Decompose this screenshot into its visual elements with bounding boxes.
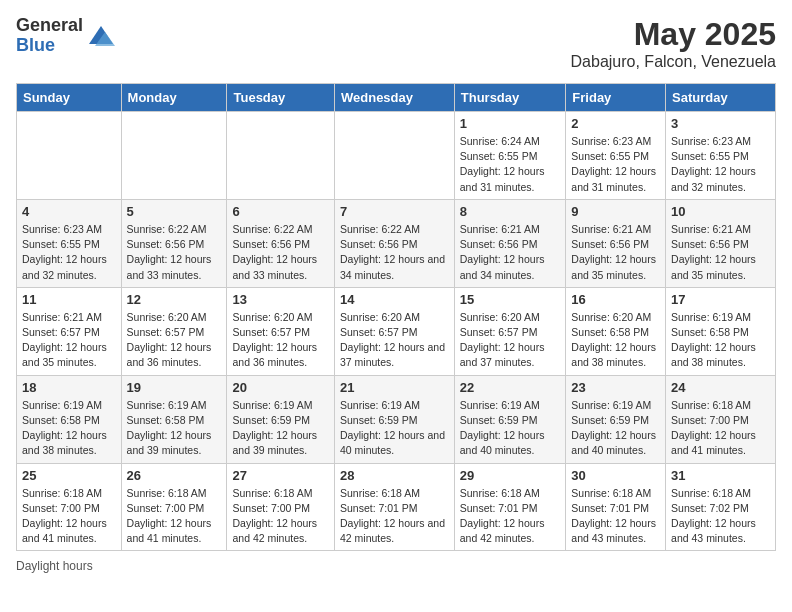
day-info: Sunrise: 6:21 AM Sunset: 6:56 PM Dayligh…: [571, 222, 660, 283]
day-number: 20: [232, 380, 329, 395]
day-info: Sunrise: 6:23 AM Sunset: 6:55 PM Dayligh…: [22, 222, 116, 283]
day-info: Sunrise: 6:22 AM Sunset: 6:56 PM Dayligh…: [127, 222, 222, 283]
day-info: Sunrise: 6:24 AM Sunset: 6:55 PM Dayligh…: [460, 134, 561, 195]
header-saturday: Saturday: [666, 84, 776, 112]
table-row: 31Sunrise: 6:18 AM Sunset: 7:02 PM Dayli…: [666, 463, 776, 551]
table-row: [227, 112, 335, 200]
day-info: Sunrise: 6:18 AM Sunset: 7:01 PM Dayligh…: [571, 486, 660, 547]
day-info: Sunrise: 6:21 AM Sunset: 6:57 PM Dayligh…: [22, 310, 116, 371]
table-row: [334, 112, 454, 200]
header-wednesday: Wednesday: [334, 84, 454, 112]
table-row: 8Sunrise: 6:21 AM Sunset: 6:56 PM Daylig…: [454, 199, 566, 287]
table-row: 25Sunrise: 6:18 AM Sunset: 7:00 PM Dayli…: [17, 463, 122, 551]
day-number: 26: [127, 468, 222, 483]
subtitle: Dabajuro, Falcon, Venezuela: [571, 53, 776, 71]
week-row-1: 4Sunrise: 6:23 AM Sunset: 6:55 PM Daylig…: [17, 199, 776, 287]
week-row-0: 1Sunrise: 6:24 AM Sunset: 6:55 PM Daylig…: [17, 112, 776, 200]
table-row: 22Sunrise: 6:19 AM Sunset: 6:59 PM Dayli…: [454, 375, 566, 463]
table-row: 29Sunrise: 6:18 AM Sunset: 7:01 PM Dayli…: [454, 463, 566, 551]
table-row: 26Sunrise: 6:18 AM Sunset: 7:00 PM Dayli…: [121, 463, 227, 551]
table-row: 4Sunrise: 6:23 AM Sunset: 6:55 PM Daylig…: [17, 199, 122, 287]
day-number: 21: [340, 380, 449, 395]
day-number: 27: [232, 468, 329, 483]
day-number: 15: [460, 292, 561, 307]
day-info: Sunrise: 6:19 AM Sunset: 6:59 PM Dayligh…: [460, 398, 561, 459]
day-number: 3: [671, 116, 770, 131]
table-row: 7Sunrise: 6:22 AM Sunset: 6:56 PM Daylig…: [334, 199, 454, 287]
table-row: 11Sunrise: 6:21 AM Sunset: 6:57 PM Dayli…: [17, 287, 122, 375]
table-row: 28Sunrise: 6:18 AM Sunset: 7:01 PM Dayli…: [334, 463, 454, 551]
day-info: Sunrise: 6:18 AM Sunset: 7:00 PM Dayligh…: [127, 486, 222, 547]
week-row-2: 11Sunrise: 6:21 AM Sunset: 6:57 PM Dayli…: [17, 287, 776, 375]
day-number: 9: [571, 204, 660, 219]
day-info: Sunrise: 6:20 AM Sunset: 6:57 PM Dayligh…: [340, 310, 449, 371]
table-row: 16Sunrise: 6:20 AM Sunset: 6:58 PM Dayli…: [566, 287, 666, 375]
day-info: Sunrise: 6:19 AM Sunset: 6:58 PM Dayligh…: [127, 398, 222, 459]
table-row: 14Sunrise: 6:20 AM Sunset: 6:57 PM Dayli…: [334, 287, 454, 375]
calendar-header: Sunday Monday Tuesday Wednesday Thursday…: [17, 84, 776, 112]
header-friday: Friday: [566, 84, 666, 112]
day-info: Sunrise: 6:18 AM Sunset: 7:01 PM Dayligh…: [460, 486, 561, 547]
day-number: 11: [22, 292, 116, 307]
main-title: May 2025: [571, 16, 776, 53]
header-monday: Monday: [121, 84, 227, 112]
day-info: Sunrise: 6:19 AM Sunset: 6:59 PM Dayligh…: [571, 398, 660, 459]
day-number: 19: [127, 380, 222, 395]
day-info: Sunrise: 6:22 AM Sunset: 6:56 PM Dayligh…: [232, 222, 329, 283]
logo: General Blue: [16, 16, 115, 56]
header-sunday: Sunday: [17, 84, 122, 112]
table-row: 3Sunrise: 6:23 AM Sunset: 6:55 PM Daylig…: [666, 112, 776, 200]
table-row: 1Sunrise: 6:24 AM Sunset: 6:55 PM Daylig…: [454, 112, 566, 200]
table-row: 19Sunrise: 6:19 AM Sunset: 6:58 PM Dayli…: [121, 375, 227, 463]
table-row: [17, 112, 122, 200]
logo-text: General Blue: [16, 16, 83, 56]
table-row: 9Sunrise: 6:21 AM Sunset: 6:56 PM Daylig…: [566, 199, 666, 287]
table-row: 6Sunrise: 6:22 AM Sunset: 6:56 PM Daylig…: [227, 199, 335, 287]
day-number: 2: [571, 116, 660, 131]
day-info: Sunrise: 6:19 AM Sunset: 6:58 PM Dayligh…: [22, 398, 116, 459]
day-number: 14: [340, 292, 449, 307]
day-info: Sunrise: 6:18 AM Sunset: 7:00 PM Dayligh…: [671, 398, 770, 459]
table-row: 21Sunrise: 6:19 AM Sunset: 6:59 PM Dayli…: [334, 375, 454, 463]
table-row: 2Sunrise: 6:23 AM Sunset: 6:55 PM Daylig…: [566, 112, 666, 200]
table-row: 15Sunrise: 6:20 AM Sunset: 6:57 PM Dayli…: [454, 287, 566, 375]
table-row: 10Sunrise: 6:21 AM Sunset: 6:56 PM Dayli…: [666, 199, 776, 287]
day-info: Sunrise: 6:20 AM Sunset: 6:57 PM Dayligh…: [232, 310, 329, 371]
day-info: Sunrise: 6:18 AM Sunset: 7:00 PM Dayligh…: [232, 486, 329, 547]
day-number: 6: [232, 204, 329, 219]
day-number: 25: [22, 468, 116, 483]
day-info: Sunrise: 6:20 AM Sunset: 6:57 PM Dayligh…: [127, 310, 222, 371]
day-info: Sunrise: 6:20 AM Sunset: 6:57 PM Dayligh…: [460, 310, 561, 371]
calendar-table: Sunday Monday Tuesday Wednesday Thursday…: [16, 83, 776, 551]
day-number: 29: [460, 468, 561, 483]
table-row: 17Sunrise: 6:19 AM Sunset: 6:58 PM Dayli…: [666, 287, 776, 375]
day-number: 7: [340, 204, 449, 219]
table-row: 12Sunrise: 6:20 AM Sunset: 6:57 PM Dayli…: [121, 287, 227, 375]
day-info: Sunrise: 6:23 AM Sunset: 6:55 PM Dayligh…: [671, 134, 770, 195]
footer-label: Daylight hours: [16, 559, 93, 573]
day-info: Sunrise: 6:18 AM Sunset: 7:00 PM Dayligh…: [22, 486, 116, 547]
footer: Daylight hours: [16, 559, 776, 573]
week-row-4: 25Sunrise: 6:18 AM Sunset: 7:00 PM Dayli…: [17, 463, 776, 551]
logo-icon: [87, 22, 115, 50]
day-number: 17: [671, 292, 770, 307]
header-tuesday: Tuesday: [227, 84, 335, 112]
logo-general: General: [16, 16, 83, 36]
day-number: 30: [571, 468, 660, 483]
header-row: Sunday Monday Tuesday Wednesday Thursday…: [17, 84, 776, 112]
page-header: General Blue May 2025 Dabajuro, Falcon, …: [16, 16, 776, 71]
day-number: 23: [571, 380, 660, 395]
day-number: 31: [671, 468, 770, 483]
week-row-3: 18Sunrise: 6:19 AM Sunset: 6:58 PM Dayli…: [17, 375, 776, 463]
day-number: 5: [127, 204, 222, 219]
day-number: 1: [460, 116, 561, 131]
day-number: 22: [460, 380, 561, 395]
day-number: 18: [22, 380, 116, 395]
day-number: 24: [671, 380, 770, 395]
table-row: 13Sunrise: 6:20 AM Sunset: 6:57 PM Dayli…: [227, 287, 335, 375]
day-number: 28: [340, 468, 449, 483]
table-row: [121, 112, 227, 200]
table-row: 18Sunrise: 6:19 AM Sunset: 6:58 PM Dayli…: [17, 375, 122, 463]
day-number: 13: [232, 292, 329, 307]
day-number: 8: [460, 204, 561, 219]
